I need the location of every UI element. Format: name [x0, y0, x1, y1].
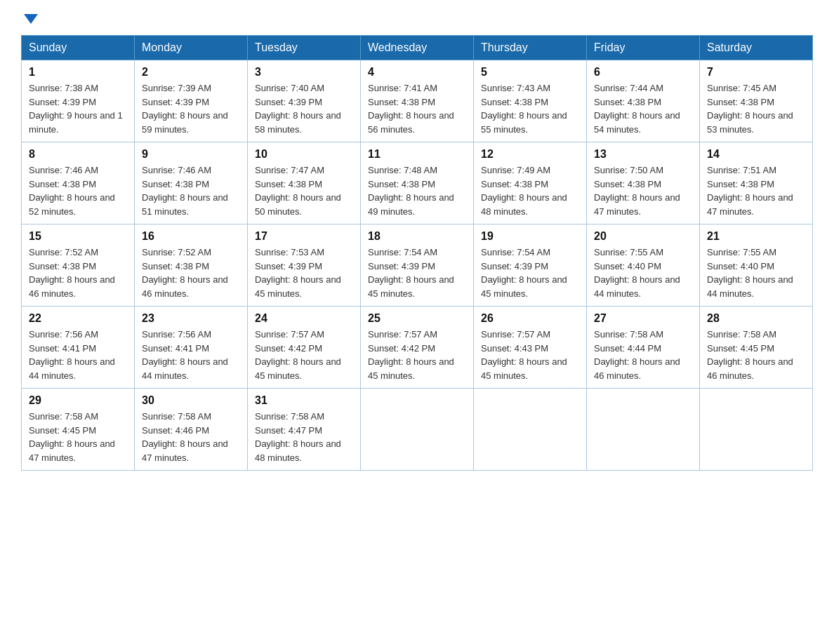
page-header	[21, 14, 813, 22]
day-info: Sunrise: 7:38 AMSunset: 4:39 PMDaylight:…	[29, 81, 127, 136]
day-info: Sunrise: 7:47 AMSunset: 4:38 PMDaylight:…	[255, 163, 353, 218]
day-number: 20	[594, 230, 692, 243]
calendar-day-26: 26 Sunrise: 7:57 AMSunset: 4:43 PMDaylig…	[474, 307, 587, 389]
calendar-day-20: 20 Sunrise: 7:55 AMSunset: 4:40 PMDaylig…	[587, 224, 700, 307]
calendar-empty-cell	[700, 389, 813, 471]
calendar-day-4: 4 Sunrise: 7:41 AMSunset: 4:38 PMDayligh…	[361, 60, 474, 142]
day-info: Sunrise: 7:52 AMSunset: 4:38 PMDaylight:…	[142, 246, 240, 300]
day-number: 28	[707, 312, 805, 325]
day-number: 23	[142, 312, 240, 325]
day-info: Sunrise: 7:58 AMSunset: 4:46 PMDaylight:…	[142, 410, 240, 464]
day-number: 4	[368, 66, 466, 79]
calendar-day-3: 3 Sunrise: 7:40 AMSunset: 4:39 PMDayligh…	[248, 60, 361, 142]
day-info: Sunrise: 7:58 AMSunset: 4:45 PMDaylight:…	[29, 410, 127, 464]
day-number: 18	[368, 230, 466, 243]
day-number: 6	[594, 66, 692, 79]
weekday-header-row: SundayMondayTuesdayWednesdayThursdayFrid…	[22, 36, 813, 60]
weekday-header-saturday: Saturday	[700, 36, 813, 60]
calendar-day-16: 16 Sunrise: 7:52 AMSunset: 4:38 PMDaylig…	[135, 224, 248, 307]
calendar-week-row-2: 8 Sunrise: 7:46 AMSunset: 4:38 PMDayligh…	[22, 142, 813, 224]
day-number: 22	[29, 312, 127, 325]
weekday-header-friday: Friday	[587, 36, 700, 60]
day-number: 13	[594, 148, 692, 161]
day-number: 19	[481, 230, 579, 243]
day-number: 21	[707, 230, 805, 243]
day-info: Sunrise: 7:44 AMSunset: 4:38 PMDaylight:…	[594, 81, 692, 136]
day-info: Sunrise: 7:52 AMSunset: 4:38 PMDaylight:…	[29, 246, 127, 300]
day-number: 29	[29, 394, 127, 407]
weekday-header-tuesday: Tuesday	[248, 36, 361, 60]
weekday-header-sunday: Sunday	[22, 36, 135, 60]
day-info: Sunrise: 7:57 AMSunset: 4:42 PMDaylight:…	[368, 328, 466, 382]
day-number: 16	[142, 230, 240, 243]
calendar-day-6: 6 Sunrise: 7:44 AMSunset: 4:38 PMDayligh…	[587, 60, 700, 142]
calendar-day-27: 27 Sunrise: 7:58 AMSunset: 4:44 PMDaylig…	[587, 307, 700, 389]
day-number: 1	[29, 66, 127, 79]
day-info: Sunrise: 7:57 AMSunset: 4:43 PMDaylight:…	[481, 328, 579, 382]
day-info: Sunrise: 7:39 AMSunset: 4:39 PMDaylight:…	[142, 81, 240, 136]
weekday-header-thursday: Thursday	[474, 36, 587, 60]
day-number: 15	[29, 230, 127, 243]
calendar-empty-cell	[474, 389, 587, 471]
calendar-day-23: 23 Sunrise: 7:56 AMSunset: 4:41 PMDaylig…	[135, 307, 248, 389]
day-number: 14	[707, 148, 805, 161]
day-number: 17	[255, 230, 353, 243]
day-info: Sunrise: 7:54 AMSunset: 4:39 PMDaylight:…	[368, 246, 466, 300]
day-number: 24	[255, 312, 353, 325]
calendar-table: SundayMondayTuesdayWednesdayThursdayFrid…	[21, 35, 813, 471]
calendar-day-1: 1 Sunrise: 7:38 AMSunset: 4:39 PMDayligh…	[22, 60, 135, 142]
day-number: 26	[481, 312, 579, 325]
day-number: 3	[255, 66, 353, 79]
calendar-day-15: 15 Sunrise: 7:52 AMSunset: 4:38 PMDaylig…	[22, 224, 135, 307]
day-info: Sunrise: 7:48 AMSunset: 4:38 PMDaylight:…	[368, 163, 466, 218]
calendar-empty-cell	[361, 389, 474, 471]
calendar-day-11: 11 Sunrise: 7:48 AMSunset: 4:38 PMDaylig…	[361, 142, 474, 224]
day-info: Sunrise: 7:46 AMSunset: 4:38 PMDaylight:…	[142, 163, 240, 218]
day-info: Sunrise: 7:55 AMSunset: 4:40 PMDaylight:…	[707, 246, 805, 300]
day-number: 9	[142, 148, 240, 161]
calendar-day-2: 2 Sunrise: 7:39 AMSunset: 4:39 PMDayligh…	[135, 60, 248, 142]
day-number: 27	[594, 312, 692, 325]
calendar-day-14: 14 Sunrise: 7:51 AMSunset: 4:38 PMDaylig…	[700, 142, 813, 224]
calendar-day-24: 24 Sunrise: 7:57 AMSunset: 4:42 PMDaylig…	[248, 307, 361, 389]
logo	[21, 14, 38, 22]
day-info: Sunrise: 7:41 AMSunset: 4:38 PMDaylight:…	[368, 81, 466, 136]
day-number: 8	[29, 148, 127, 161]
calendar-day-25: 25 Sunrise: 7:57 AMSunset: 4:42 PMDaylig…	[361, 307, 474, 389]
day-number: 10	[255, 148, 353, 161]
day-info: Sunrise: 7:50 AMSunset: 4:38 PMDaylight:…	[594, 163, 692, 218]
calendar-empty-cell	[587, 389, 700, 471]
day-number: 7	[707, 66, 805, 79]
calendar-day-13: 13 Sunrise: 7:50 AMSunset: 4:38 PMDaylig…	[587, 142, 700, 224]
day-info: Sunrise: 7:40 AMSunset: 4:39 PMDaylight:…	[255, 81, 353, 136]
day-info: Sunrise: 7:58 AMSunset: 4:47 PMDaylight:…	[255, 410, 353, 464]
calendar-day-19: 19 Sunrise: 7:54 AMSunset: 4:39 PMDaylig…	[474, 224, 587, 307]
calendar-day-29: 29 Sunrise: 7:58 AMSunset: 4:45 PMDaylig…	[22, 389, 135, 471]
day-number: 2	[142, 66, 240, 79]
calendar-day-17: 17 Sunrise: 7:53 AMSunset: 4:39 PMDaylig…	[248, 224, 361, 307]
calendar-day-10: 10 Sunrise: 7:47 AMSunset: 4:38 PMDaylig…	[248, 142, 361, 224]
day-number: 31	[255, 394, 353, 407]
day-info: Sunrise: 7:45 AMSunset: 4:38 PMDaylight:…	[707, 81, 805, 136]
calendar-day-8: 8 Sunrise: 7:46 AMSunset: 4:38 PMDayligh…	[22, 142, 135, 224]
calendar-day-30: 30 Sunrise: 7:58 AMSunset: 4:46 PMDaylig…	[135, 389, 248, 471]
calendar-week-row-4: 22 Sunrise: 7:56 AMSunset: 4:41 PMDaylig…	[22, 307, 813, 389]
day-info: Sunrise: 7:58 AMSunset: 4:45 PMDaylight:…	[707, 328, 805, 382]
calendar-day-21: 21 Sunrise: 7:55 AMSunset: 4:40 PMDaylig…	[700, 224, 813, 307]
day-info: Sunrise: 7:54 AMSunset: 4:39 PMDaylight:…	[481, 246, 579, 300]
calendar-day-22: 22 Sunrise: 7:56 AMSunset: 4:41 PMDaylig…	[22, 307, 135, 389]
day-number: 11	[368, 148, 466, 161]
day-info: Sunrise: 7:49 AMSunset: 4:38 PMDaylight:…	[481, 163, 579, 218]
day-info: Sunrise: 7:58 AMSunset: 4:44 PMDaylight:…	[594, 328, 692, 382]
calendar-day-12: 12 Sunrise: 7:49 AMSunset: 4:38 PMDaylig…	[474, 142, 587, 224]
day-info: Sunrise: 7:43 AMSunset: 4:38 PMDaylight:…	[481, 81, 579, 136]
calendar-day-31: 31 Sunrise: 7:58 AMSunset: 4:47 PMDaylig…	[248, 389, 361, 471]
day-info: Sunrise: 7:53 AMSunset: 4:39 PMDaylight:…	[255, 246, 353, 300]
calendar-week-row-5: 29 Sunrise: 7:58 AMSunset: 4:45 PMDaylig…	[22, 389, 813, 471]
weekday-header-monday: Monday	[135, 36, 248, 60]
calendar-week-row-1: 1 Sunrise: 7:38 AMSunset: 4:39 PMDayligh…	[22, 60, 813, 142]
calendar-day-9: 9 Sunrise: 7:46 AMSunset: 4:38 PMDayligh…	[135, 142, 248, 224]
day-number: 25	[368, 312, 466, 325]
day-number: 30	[142, 394, 240, 407]
calendar-day-5: 5 Sunrise: 7:43 AMSunset: 4:38 PMDayligh…	[474, 60, 587, 142]
